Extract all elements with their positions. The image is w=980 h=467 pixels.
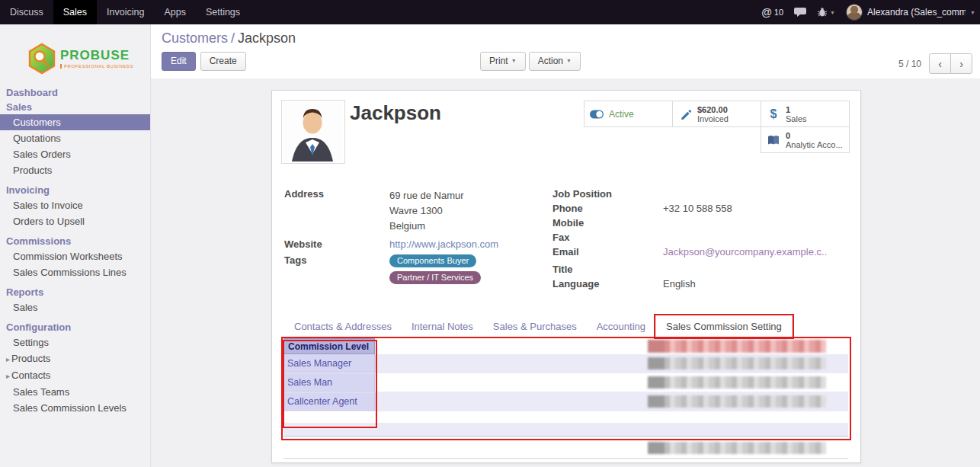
mobile-label: Mobile [552, 217, 663, 229]
sidebar-item-commission-worksheets[interactable]: Commission Worksheets [0, 248, 150, 264]
website-link[interactable]: http://www.jackpson.com [389, 238, 498, 250]
active-label: Active [609, 110, 634, 119]
sidebar-item-config-contacts[interactable]: ▸Contacts [0, 367, 150, 384]
menu-settings[interactable]: Settings [196, 0, 250, 24]
debug-menu-button[interactable]: ▼ [817, 7, 835, 18]
sidebar-item-orders-to-upsell[interactable]: Orders to Upsell [0, 213, 150, 229]
user-name: Alexandra (Sales_comm.. [867, 7, 966, 18]
commission-level-cell[interactable]: Sales Manager [283, 354, 375, 373]
logo-subtitle: PROFESSIONAL BUSINESS [60, 64, 133, 69]
at-icon: @ [761, 6, 772, 18]
stat-buttons: Active $620.00 Invoiced $ 1 Sales [581, 101, 850, 153]
job-position-label: Job Position [552, 188, 663, 200]
tab-internal-notes[interactable]: Internal Notes [402, 315, 483, 337]
sidebar-item-customers[interactable]: Customers [0, 114, 150, 130]
table-row[interactable]: Sales Man [283, 373, 848, 392]
sidebar-item-quotations[interactable]: Quotations [0, 130, 150, 146]
commission-level-column-header[interactable]: Commission Level [283, 338, 375, 354]
menu-discuss[interactable]: Discuss [0, 0, 53, 24]
sales-count-value: 1 [786, 105, 807, 114]
create-button[interactable]: Create [200, 52, 246, 71]
fax-label: Fax [552, 232, 663, 243]
commission-level-cell[interactable]: Callcenter Agent [283, 392, 375, 411]
tab-sales-purchases[interactable]: Sales & Purchases [483, 315, 587, 337]
active-toggle-button[interactable]: Active [584, 101, 673, 127]
action-button[interactable]: Action▼ [529, 52, 581, 71]
breadcrumb-separator: / [228, 30, 238, 46]
table-header-row: Commission Level [283, 338, 848, 354]
print-button[interactable]: Print▼ [480, 52, 526, 71]
tab-contacts-addresses[interactable]: Contacts & Addresses [284, 315, 402, 337]
commission-level-cell[interactable]: Sales Man [283, 373, 375, 392]
address-line: Belgium [389, 219, 464, 234]
messages-button[interactable] [794, 7, 806, 18]
sidebar-item-products[interactable]: Products [0, 162, 150, 178]
sidebar-section-commissions[interactable]: Commissions [0, 234, 150, 248]
invoiced-stat-button[interactable]: $620.00 Invoiced [672, 101, 761, 127]
table-row[interactable]: Sales Manager [283, 354, 848, 373]
sidebar-item-sales-commission-levels[interactable]: Sales Commission Levels [0, 400, 150, 416]
sidebar-section-configuration[interactable]: Configuration [0, 320, 150, 334]
sidebar-section-dashboard[interactable]: Dashboard [0, 85, 150, 100]
invoiced-value: $620.00 [697, 105, 729, 114]
sidebar-item-config-products[interactable]: ▸Products [0, 350, 150, 367]
tag-components-buyer[interactable]: Components Buyer [389, 254, 476, 267]
user-menu[interactable]: Alexandra (Sales_comm.. ▼ [846, 4, 975, 21]
top-menubar: Discuss Sales Invoicing Apps Settings @ … [0, 0, 980, 24]
menu-sales[interactable]: Sales [53, 0, 97, 24]
probuse-logo-icon [27, 43, 56, 75]
sidebar-section-reports[interactable]: Reports [0, 285, 150, 299]
chat-bubble-icon [794, 7, 806, 18]
table-empty-row [283, 424, 848, 436]
chevron-down-icon: ▼ [566, 58, 572, 63]
redacted-header [648, 340, 826, 353]
expand-caret-icon: ▸ [6, 355, 10, 363]
sidebar-section-sales[interactable]: Sales [0, 100, 150, 114]
control-panel: Customers/Jackpson Edit Create Print▼ Ac… [150, 24, 980, 78]
tags-field[interactable]: Components Buyer Partner / IT Services [389, 254, 481, 284]
user-avatar [846, 4, 863, 21]
tab-sales-commission-setting[interactable]: Sales Commission Setting [655, 315, 793, 338]
menu-apps[interactable]: Apps [154, 0, 196, 24]
sidebar-item-reports-sales[interactable]: Sales [0, 299, 150, 315]
page-title: Jackpson [350, 101, 441, 125]
dollar-icon: $ [767, 107, 780, 121]
expand-caret-icon: ▸ [6, 372, 10, 380]
sidebar-item-sales-to-invoice[interactable]: Sales to Invoice [0, 197, 150, 213]
sidebar-section-invoicing[interactable]: Invoicing [0, 183, 150, 197]
customer-photo[interactable] [281, 100, 345, 164]
table-row[interactable]: Callcenter Agent [283, 392, 848, 411]
sidebar-item-settings[interactable]: Settings [0, 334, 150, 350]
mentions-button[interactable]: @ 10 [761, 6, 783, 18]
analytic-accounts-stat-button[interactable]: 0 Analytic Acco... [761, 126, 850, 153]
sidebar-item-sales-orders[interactable]: Sales Orders [0, 146, 150, 162]
address-value[interactable]: 69 rue de Namur Wavre 1300 Belgium [389, 188, 464, 234]
title-label: Title [552, 264, 663, 275]
sales-stat-button[interactable]: $ 1 Sales [761, 101, 850, 127]
pager-next-button[interactable]: › [950, 53, 972, 74]
edit-button[interactable]: Edit [162, 52, 196, 71]
chevron-down-icon: ▼ [830, 10, 835, 15]
breadcrumb-customers-link[interactable]: Customers [162, 30, 228, 46]
notebook-tabs: Contacts & Addresses Internal Notes Sale… [284, 315, 848, 338]
language-value[interactable]: English [663, 278, 696, 289]
chevron-down-icon: ▼ [511, 58, 517, 63]
sidebar-item-label: Contacts [11, 369, 50, 381]
address-line: Wavre 1300 [389, 203, 464, 219]
probuse-logo-text: PROBUSE PROFESSIONAL BUSINESS [60, 49, 133, 69]
menu-invoicing[interactable]: Invoicing [97, 0, 154, 24]
form-fields: Address 69 rue de Namur Wavre 1300 Belgi… [284, 188, 848, 293]
chevron-down-icon: ▼ [970, 10, 975, 15]
pager-previous-button[interactable]: ‹ [929, 53, 951, 74]
toggle-icon [590, 110, 604, 119]
website-label: Website [284, 238, 389, 250]
invoiced-label: Invoiced [697, 114, 729, 123]
tab-accounting[interactable]: Accounting [587, 315, 655, 337]
email-link[interactable]: Jackpson@yourcompany.example.c.. [663, 246, 827, 257]
sidebar-item-sales-commissions-lines[interactable]: Sales Commissions Lines [0, 264, 150, 280]
tags-label: Tags [284, 254, 389, 284]
redacted-value [648, 395, 826, 408]
tag-partner-it-services[interactable]: Partner / IT Services [389, 271, 481, 284]
sidebar-item-sales-teams[interactable]: Sales Teams [0, 384, 150, 400]
phone-value[interactable]: +32 10 588 558 [663, 203, 732, 214]
